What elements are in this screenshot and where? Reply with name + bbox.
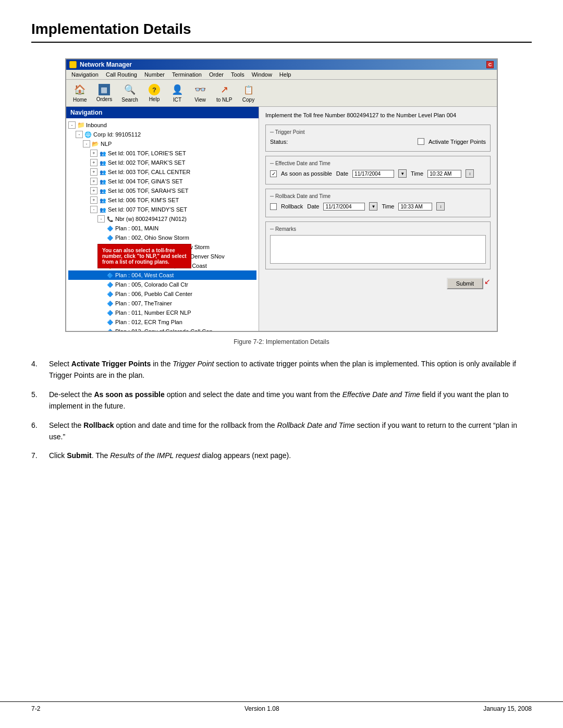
rollback-date-title: ─ Rollback Date and Time [270,193,486,199]
set-icon-006: 👥 [99,196,107,204]
tree-item-set007[interactable]: - 👥 Set Id: 007 TOF, MINDY'S SET [68,205,256,214]
window-titlebar: Network Manager C [66,59,497,70]
menu-termination[interactable]: Termination [169,71,205,78]
figure-caption: Figure 7-2: Implementation Details [31,338,532,346]
tree-item-corp[interactable]: - 🌐 Corp Id: 99105112 [68,130,256,139]
search-icon: 🔍 [124,83,136,96]
rollback-date-label: Date [307,203,319,209]
expand-set005[interactable]: + [90,187,97,194]
plan-icon-004b: 🔷 [106,271,114,279]
plan-icon-012: 🔷 [106,318,114,326]
submit-button[interactable]: Submit [447,278,483,289]
search-button[interactable]: 🔍 Search [118,81,142,105]
menu-help[interactable]: Help [276,71,295,78]
tree-item-inbound[interactable]: - 📁 Inbound [68,120,256,130]
expand-set006[interactable]: + [90,196,97,204]
expand-nlp[interactable]: - [83,140,90,147]
menu-tools[interactable]: Tools [228,71,248,78]
tree-item-plan006[interactable]: 🔷 Plan : 006, Pueblo Call Center [68,289,256,299]
menu-navigation[interactable]: Navigation [68,71,102,78]
tree-item-plan001[interactable]: 🔷 Plan : 001, MAIN [68,224,256,233]
nbr-icon: 📞 [106,215,114,223]
doc-item-7: 7. Click Submit. The Results of the IMPL… [31,450,532,461]
expand-set003[interactable]: + [90,168,97,176]
tree-item-set001[interactable]: + 👥 Set Id: 001 TOF, LORIE'S SET [68,149,256,158]
tree-item-plan012[interactable]: 🔷 Plan : 012, ECR Tmg Plan [68,317,256,327]
plan-icon-002: 🔷 [106,233,114,242]
help-icon: ? [149,84,160,95]
tree-label-set005: Set Id: 005 TOF, SARAH'S SET [108,188,189,194]
expand-set002[interactable]: + [90,159,97,166]
rollback-checkbox[interactable] [270,203,277,210]
tonlp-button[interactable]: ↗ to NLP [213,81,236,105]
nav-tree[interactable]: - 📁 Inbound - 🌐 Corp Id: 99105112 - 📂 NL… [66,118,259,331]
navigation-panel: Navigation - 📁 Inbound - 🌐 Corp Id: 9910… [66,107,259,331]
effective-date-input[interactable] [352,170,394,178]
menu-window[interactable]: Window [249,71,275,78]
copy-button[interactable]: 📋 Copy [238,81,259,105]
doc-item-4: 4. Select Activate Trigger Points in the… [31,358,532,381]
help-label: Help [149,96,160,102]
rollback-date-row: Rollback Date ▼ Time ↕ [270,202,486,211]
orders-button[interactable]: ▦ Orders [93,82,116,104]
doc-item-5: 5. De-select the As soon as possible opt… [31,389,532,412]
as-soon-checkbox[interactable] [270,170,277,177]
expand-corp[interactable]: - [76,131,83,138]
expand-set001[interactable]: + [90,150,97,157]
menu-call-routing[interactable]: Call Routing [103,71,140,78]
ict-label: ICT [173,97,181,103]
status-label: Status: [270,139,296,145]
plan-icon-013: 🔷 [106,327,114,331]
tree-item-plan013[interactable]: 🔷 Plan : 013, Copy of Colorado Call Cen [68,327,256,331]
menu-number[interactable]: Number [141,71,168,78]
tree-item-set003[interactable]: + 👥 Set Id: 003 TOF, CALL CENTER [68,167,256,177]
tree-item-set004[interactable]: + 👥 Set Id: 004 TOF, GINA'S SET [68,177,256,186]
tree-item-nbr[interactable]: - 📞 Nbr (w) 8002494127 (N012) [68,214,256,224]
menu-order[interactable]: Order [206,71,227,78]
set-icon-001: 👥 [99,149,107,157]
copy-icon: 📋 [242,83,255,96]
tree-item-plan002[interactable]: 🔷 Plan : 002, Ohio Snow Storm [68,233,256,242]
effective-time-input[interactable] [427,170,461,178]
doc-item-text-7: Click Submit. The Results of the IMPL re… [49,450,532,461]
expand-set004[interactable]: + [90,178,97,185]
tree-item-nlp[interactable]: - 📂 NLP [68,139,256,149]
title-divider [31,42,532,43]
close-button[interactable]: C [486,61,494,68]
rollback-date-picker[interactable]: ▼ [369,202,377,211]
tree-item-set005[interactable]: + 👥 Set Id: 005 TOF, SARAH'S SET [68,186,256,195]
window-title: Network Manager [80,61,132,68]
titlebar-title-group: Network Manager [69,61,132,68]
doc-item-num-7: 7. [31,450,44,461]
rollback-date-input[interactable] [323,203,365,211]
tree-item-plan010[interactable]: 🔷 Plan : 011, Number ECR NLP [68,308,256,317]
ict-button[interactable]: 👤 ICT [167,81,188,105]
folder-icon-inbound: 📁 [77,121,85,129]
rollback-time-spinner[interactable]: ↕ [436,202,445,211]
activate-trigger-checkbox[interactable] [418,138,424,145]
expand-set007[interactable]: - [90,206,97,213]
expand-inbound[interactable]: - [68,121,76,129]
tree-item-plan004b[interactable]: 🔷 Plan : 004, West Coast [68,270,256,280]
expand-nbr[interactable]: - [97,215,105,223]
view-button[interactable]: 👓 View [190,81,211,105]
tree-item-plan005[interactable]: 🔷 Plan : 005, Colorado Call Ctr [68,280,256,289]
help-button[interactable]: ? Help [144,82,165,104]
ict-icon: 👤 [171,83,183,96]
network-manager-window: Network Manager C Navigation Call Routin… [65,58,498,332]
page-title: Implementation Details [31,21,532,38]
rollback-time-input[interactable] [398,203,432,211]
activate-trigger-label: Activate Trigger Points [429,139,486,145]
effective-date-picker[interactable]: ▼ [398,169,407,178]
document-body: 4. Select Activate Trigger Points in the… [31,358,532,462]
home-button[interactable]: 🏠 Home [69,81,91,105]
tree-item-set002[interactable]: + 👥 Set Id: 002 TOF, MARK'S SET [68,158,256,167]
home-icon: 🏠 [74,83,86,96]
effective-time-spinner[interactable]: ↕ [466,169,474,178]
tree-item-plan007[interactable]: 🔷 Plan : 007, TheTrainer [68,299,256,308]
tree-label-set002: Set Id: 002 TOF, MARK'S SET [108,159,185,166]
doc-item-text-6: Select the Rollback option and date and … [49,419,532,443]
tree-label-plan005: Plan : 005, Colorado Call Ctr [115,281,188,288]
tree-item-set006[interactable]: + 👥 Set Id: 006 TOF, KIM'S SET [68,195,256,205]
remarks-textarea[interactable] [270,235,486,264]
